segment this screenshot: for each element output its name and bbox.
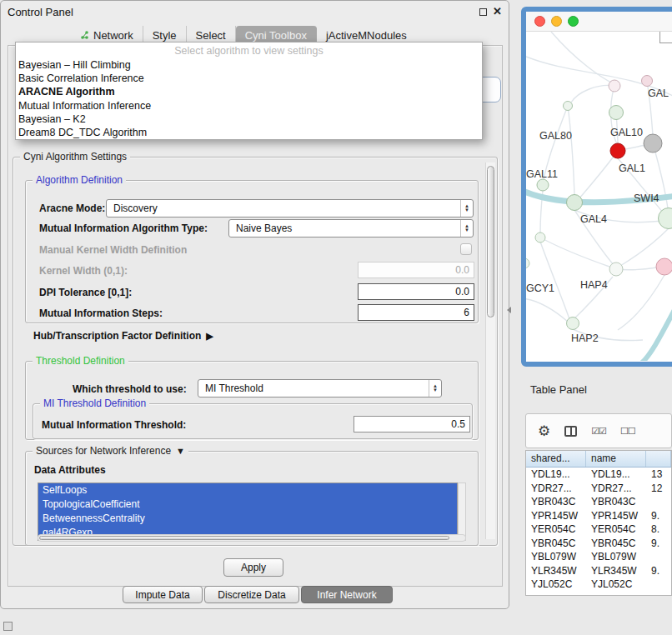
table-row[interactable]: YDR27... YDR27... 12 bbox=[526, 482, 671, 496]
network-canvas[interactable]: GAL GAL80 GAL10 GAL11 GAL1 SWI4 GAL4 GCY… bbox=[526, 32, 672, 361]
table-row[interactable]: YJL052C YJL052C bbox=[526, 578, 671, 592]
table-cell[interactable]: 8. bbox=[646, 522, 671, 537]
sources-toggle[interactable]: Sources for Network Inference▼ bbox=[33, 445, 188, 457]
table-row[interactable]: YPR145W YPR145W 9. bbox=[526, 509, 671, 523]
table-cell[interactable]: YDR27... bbox=[586, 482, 646, 496]
algorithm-option[interactable]: Bayesian – K2 bbox=[16, 112, 482, 126]
table-toolbar: ⚙ ☑☑ ☐☐ bbox=[525, 413, 672, 448]
algorithm-option[interactable]: Basic Correlation Inference bbox=[16, 72, 482, 85]
table-cell[interactable]: YLR345W bbox=[586, 564, 646, 578]
table-row[interactable]: YDL19... YDL19... 13 bbox=[526, 468, 671, 482]
hub-definition-toggle[interactable]: Hub/Transcription Factor Definition▶ bbox=[33, 330, 213, 342]
mi-algorithm-type-combobox[interactable]: Naive Bayes ▲ ▼ bbox=[228, 219, 474, 238]
table-cell[interactable]: YLR345W bbox=[526, 564, 586, 578]
settings-scrollbar[interactable] bbox=[485, 162, 495, 539]
table-row[interactable]: YBR045C YBR045C 9. bbox=[526, 537, 671, 551]
mi-steps-field[interactable] bbox=[358, 304, 474, 321]
splitter-collapse-handle[interactable] bbox=[507, 307, 511, 313]
table-cell[interactable] bbox=[646, 495, 671, 509]
apply-button[interactable]: Apply bbox=[223, 558, 283, 577]
table-cell[interactable]: YER054C bbox=[526, 522, 586, 537]
zoom-traffic-light[interactable] bbox=[568, 16, 579, 27]
gear-icon[interactable]: ⚙ bbox=[538, 424, 550, 438]
table-row[interactable]: YBR043C YBR043C bbox=[526, 495, 671, 509]
table-cell[interactable]: YBR045C bbox=[586, 537, 646, 551]
network-node[interactable] bbox=[659, 208, 672, 229]
algorithm-option[interactable]: Dream8 DC_TDC Algorithm bbox=[16, 126, 482, 139]
list-item[interactable]: TopologicalCoefficient bbox=[38, 498, 457, 512]
tab-discretize-data[interactable]: Discretize Data bbox=[204, 586, 299, 603]
table-header: shared... name bbox=[526, 451, 671, 468]
which-threshold-label: Which threshold to use: bbox=[73, 383, 187, 395]
table-cell[interactable]: 9. bbox=[646, 509, 671, 523]
network-node[interactable] bbox=[609, 106, 624, 120]
table-row[interactable]: YBL079W YBL079W bbox=[526, 550, 671, 564]
float-window-icon[interactable] bbox=[479, 8, 487, 16]
algorithm-option[interactable]: Mutual Information Inference bbox=[16, 99, 482, 112]
deselect-all-columns-icon[interactable]: ☐☐ bbox=[620, 427, 635, 436]
column-header[interactable]: shared... bbox=[526, 451, 586, 467]
network-node[interactable] bbox=[642, 76, 653, 87]
table-cell[interactable]: 13 bbox=[646, 468, 671, 482]
algorithm-option[interactable]: Bayesian – Hill Climbing bbox=[16, 58, 482, 72]
network-node-highlighted[interactable] bbox=[610, 143, 625, 158]
table-cell[interactable]: YPR145W bbox=[526, 509, 586, 523]
minimize-traffic-light[interactable] bbox=[551, 16, 562, 27]
network-node[interactable] bbox=[567, 195, 583, 211]
overview-box[interactable] bbox=[659, 32, 672, 43]
table-cell[interactable] bbox=[646, 578, 671, 592]
scrollbar-thumb[interactable] bbox=[487, 166, 494, 318]
list-item[interactable]: BetweennessCentrality bbox=[38, 512, 457, 526]
table-cell[interactable]: 12 bbox=[646, 482, 671, 496]
table-row[interactable]: YER054C YER054C 8. bbox=[526, 522, 671, 537]
column-header[interactable]: name bbox=[586, 451, 646, 467]
network-node[interactable] bbox=[609, 80, 620, 92]
table-cell[interactable]: YPR145W bbox=[586, 509, 646, 523]
table-cell[interactable]: YER054C bbox=[586, 522, 646, 537]
minimized-panel-icon[interactable] bbox=[3, 622, 13, 631]
close-traffic-light[interactable] bbox=[534, 16, 545, 27]
network-node-hub[interactable] bbox=[644, 134, 662, 152]
list-item[interactable]: SelfLoops bbox=[38, 483, 457, 498]
table-cell[interactable]: YJL052C bbox=[586, 578, 646, 592]
list-horizontal-scrollbar[interactable] bbox=[38, 534, 466, 542]
network-node-pink[interactable] bbox=[656, 258, 672, 275]
mi-threshold-field[interactable] bbox=[354, 416, 470, 432]
table-cell[interactable]: YBR045C bbox=[526, 537, 586, 551]
network-node[interactable] bbox=[526, 258, 529, 268]
network-node[interactable] bbox=[567, 318, 579, 330]
table-cell[interactable]: YDR27... bbox=[526, 482, 586, 496]
data-attributes-list[interactable]: SelfLoops TopologicalCoefficient Between… bbox=[38, 482, 458, 541]
tab-impute-data[interactable]: Impute Data bbox=[123, 586, 203, 603]
which-threshold-combobox[interactable]: MI Threshold ▲ ▼ bbox=[198, 379, 442, 398]
select-all-columns-icon[interactable]: ☑☑ bbox=[591, 427, 606, 436]
close-icon[interactable]: ✕ bbox=[493, 5, 502, 18]
table-cell[interactable] bbox=[646, 550, 671, 564]
aracne-mode-combobox[interactable]: Discovery ▲ ▼ bbox=[106, 199, 474, 218]
table-cell[interactable]: YBL079W bbox=[586, 550, 646, 564]
tab-infer-network[interactable]: Infer Network bbox=[301, 586, 393, 603]
table-cell[interactable]: YJL052C bbox=[526, 578, 586, 592]
table-cell[interactable]: 9. bbox=[646, 537, 671, 551]
column-header[interactable] bbox=[646, 451, 671, 467]
table-cell[interactable]: YDL19... bbox=[586, 468, 646, 482]
table-cell[interactable]: 9. bbox=[646, 564, 671, 578]
columns-icon[interactable] bbox=[564, 426, 577, 437]
table-row[interactable]: YLR345W YLR345W 9. bbox=[526, 564, 671, 578]
network-node[interactable] bbox=[535, 232, 545, 242]
dpi-tolerance-field[interactable] bbox=[358, 283, 474, 300]
network-node[interactable] bbox=[609, 262, 623, 276]
list-vertical-scrollbar[interactable] bbox=[458, 482, 466, 541]
table-cell[interactable]: YDL19... bbox=[526, 468, 586, 482]
node-label: GAL bbox=[648, 88, 669, 99]
network-node[interactable] bbox=[564, 102, 573, 111]
stepper-down-icon: ▼ bbox=[464, 228, 469, 232]
algorithm-option-selected[interactable]: ARACNE Algorithm bbox=[16, 85, 482, 98]
table-cell[interactable]: YBR043C bbox=[586, 495, 646, 509]
scrollbar-thumb[interactable] bbox=[39, 536, 449, 540]
network-node[interactable] bbox=[537, 179, 549, 191]
table-cell[interactable]: YBL079W bbox=[526, 550, 586, 564]
stepper-icon: ▲ ▼ bbox=[460, 200, 473, 217]
network-graph[interactable]: GAL GAL80 GAL10 GAL11 GAL1 SWI4 GAL4 GCY… bbox=[526, 32, 672, 361]
table-cell[interactable]: YBR043C bbox=[526, 495, 586, 509]
